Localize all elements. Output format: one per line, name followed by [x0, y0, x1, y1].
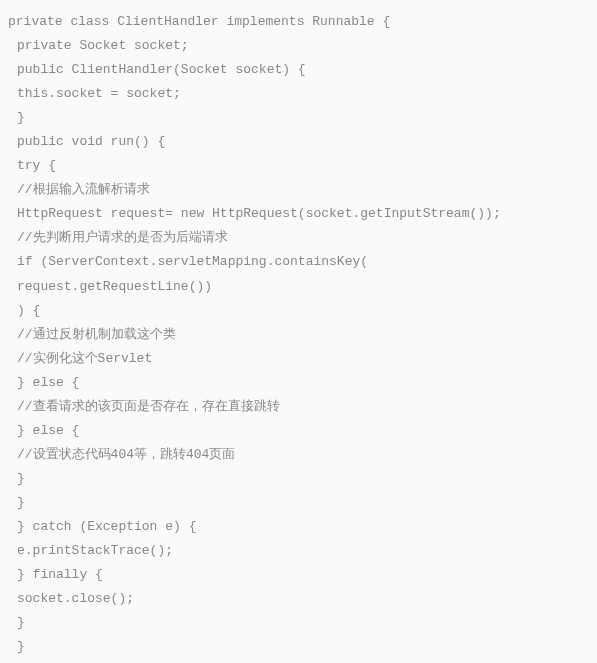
code-line: } catch (Exception e) {: [8, 515, 589, 539]
code-line: //查看请求的该页面是否存在，存在直接跳转: [8, 395, 589, 419]
code-line: private class ClientHandler implements R…: [8, 10, 589, 34]
code-line: request.getRequestLine()): [8, 275, 589, 299]
code-line: }: [8, 611, 589, 635]
code-line: this.socket = socket;: [8, 82, 589, 106]
code-line: //先判断用户请求的是否为后端请求: [8, 226, 589, 250]
code-line: } else {: [8, 371, 589, 395]
code-line: } finally {: [8, 563, 589, 587]
code-line: //设置状态代码404等，跳转404页面: [8, 443, 589, 467]
code-line: public void run() {: [8, 130, 589, 154]
code-line: ) {: [8, 299, 589, 323]
code-line: }: [8, 491, 589, 515]
code-line: HttpRequest request= new HttpRequest(soc…: [8, 202, 589, 226]
code-line: } else {: [8, 419, 589, 443]
code-line: //通过反射机制加载这个类: [8, 323, 589, 347]
code-line: private Socket socket;: [8, 34, 589, 58]
code-line: e.printStackTrace();: [8, 539, 589, 563]
code-line: try {: [8, 154, 589, 178]
code-line: }: [8, 467, 589, 491]
code-line: if (ServerContext.servletMapping.contain…: [8, 250, 589, 274]
code-line: //根据输入流解析请求: [8, 178, 589, 202]
code-line: //实例化这个Servlet: [8, 347, 589, 371]
code-line: }: [8, 635, 589, 659]
code-line: public ClientHandler(Socket socket) {: [8, 58, 589, 82]
code-line: }: [8, 106, 589, 130]
code-block: private class ClientHandler implements R…: [8, 10, 589, 663]
code-line: }: [8, 659, 589, 663]
code-line: socket.close();: [8, 587, 589, 611]
